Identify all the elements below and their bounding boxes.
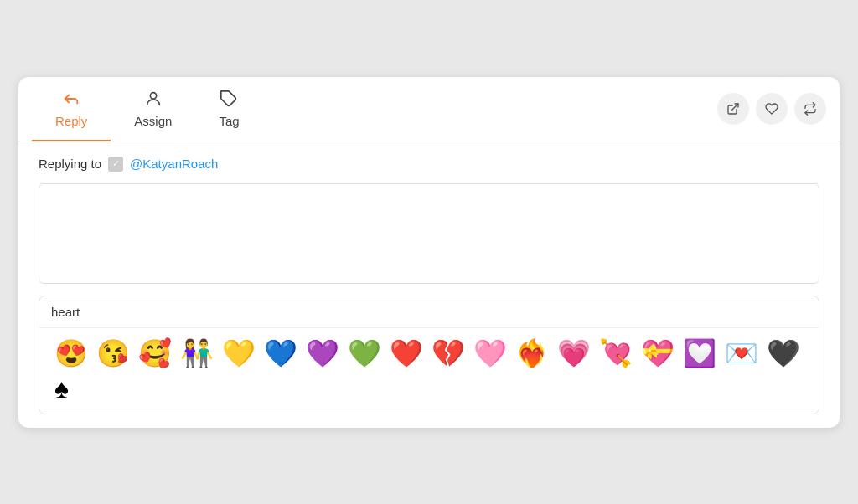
emoji-blue-heart[interactable]: 💙 <box>262 338 299 368</box>
emoji-red-heart[interactable]: ❤️ <box>388 338 425 368</box>
reply-icon <box>62 90 80 111</box>
tab-actions <box>717 93 826 125</box>
emoji-gift-heart[interactable]: 💝 <box>639 338 676 368</box>
tab-tag-label: Tag <box>219 114 239 128</box>
mention-handle[interactable]: @KatyanRoach <box>130 157 218 171</box>
emoji-heart-arrow[interactable]: 💘 <box>597 338 634 368</box>
tab-assign-label: Assign <box>134 114 172 128</box>
replying-to-label: Replying to <box>39 157 101 171</box>
emoji-purple-heart[interactable]: 💜 <box>304 338 341 368</box>
emoji-green-heart[interactable]: 💚 <box>346 338 383 368</box>
emoji-smiling-hearts[interactable]: 🥰 <box>137 338 173 368</box>
emoji-pink-heart[interactable]: 🩷 <box>472 338 509 368</box>
tab-assign[interactable]: Assign <box>111 78 195 141</box>
emoji-heart-fire[interactable]: ❤️‍🔥 <box>514 338 550 368</box>
like-button[interactable] <box>756 93 788 125</box>
tag-icon <box>220 90 238 111</box>
emoji-wink-kiss[interactable]: 😘 <box>95 338 132 368</box>
tab-reply-label: Reply <box>55 114 87 128</box>
retweet-button[interactable] <box>794 93 826 125</box>
emoji-heart-decoration[interactable]: 💟 <box>681 338 718 368</box>
svg-point-0 <box>150 92 156 98</box>
emoji-picker: 😍 😘 🥰 👫 💛 💙 💜 💚 ❤️ 💔 🩷 ❤️‍🔥 💗 💘 💝 💟 💌 � <box>39 296 819 414</box>
tab-reply[interactable]: Reply <box>32 78 111 141</box>
emoji-grid: 😍 😘 🥰 👫 💛 💙 💜 💚 ❤️ 💔 🩷 ❤️‍🔥 💗 💘 💝 💟 💌 � <box>39 328 819 414</box>
mention-checkbox[interactable]: ✓ <box>108 157 123 172</box>
card-bottom-padding <box>18 414 840 428</box>
tabs: Reply Assign <box>32 77 717 141</box>
card-body: Replying to ✓ @KatyanRoach 😍 😘 🥰 👫 💛 💙 💜… <box>18 141 840 414</box>
emoji-couple[interactable]: 👫 <box>178 338 215 368</box>
emoji-yellow-heart[interactable]: 💛 <box>220 338 257 368</box>
emoji-heart-eyes[interactable]: 😍 <box>53 338 90 368</box>
emoji-spade[interactable]: ♠ <box>53 373 70 404</box>
assign-icon <box>144 90 163 111</box>
replying-to-row: Replying to ✓ @KatyanRoach <box>39 157 819 172</box>
reply-textarea[interactable] <box>39 183 819 284</box>
svg-line-2 <box>732 104 738 110</box>
emoji-heart-box[interactable]: 💌 <box>723 338 760 368</box>
reply-card: Reply Assign <box>18 77 840 428</box>
emoji-growing-heart[interactable]: 💗 <box>556 338 592 368</box>
emoji-black-heart[interactable]: 🖤 <box>765 338 802 368</box>
emoji-search-input[interactable] <box>39 296 819 328</box>
tab-tag[interactable]: Tag <box>195 78 262 141</box>
external-link-button[interactable] <box>717 93 749 125</box>
emoji-broken-heart[interactable]: 💔 <box>430 338 467 368</box>
tab-bar: Reply Assign <box>18 77 840 141</box>
